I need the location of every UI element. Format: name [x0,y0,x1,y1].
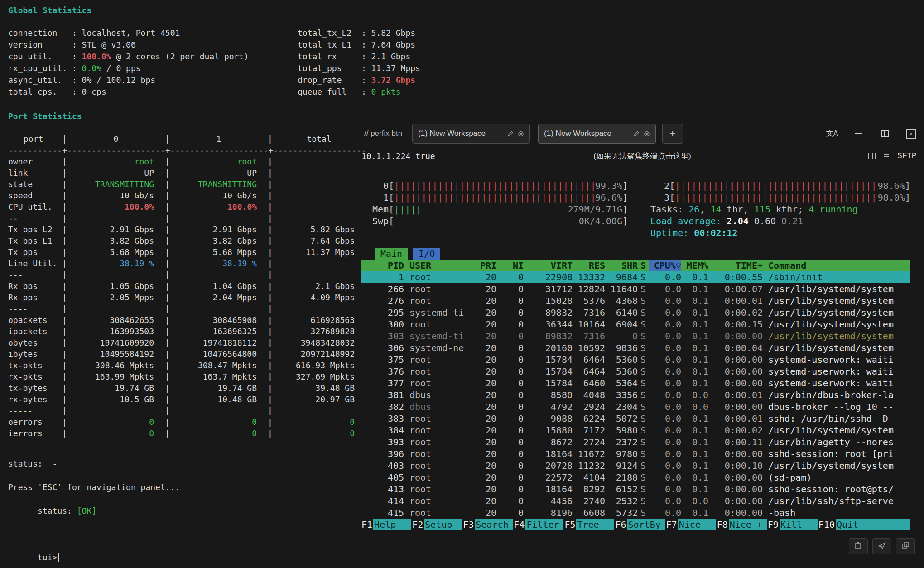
text-segment: 26 [688,204,699,215]
column-header-res[interactable]: RES [573,260,605,271]
fkey-search[interactable]: F3Search [462,519,513,530]
translate-button[interactable]: 文A [825,127,839,140]
cell-mem: 0.1 [681,413,708,424]
send-button[interactable] [872,538,891,554]
column-header-cpu[interactable]: CPU%▽ [649,260,681,271]
cell-s: S [638,295,649,307]
cell-time: 0:00.55 [708,271,763,283]
close-button[interactable]: × [904,127,918,140]
new-tab-button[interactable]: + [662,124,683,144]
fkey-nice[interactable]: F7Nice - [665,519,716,530]
row-label: rx-bytes [8,394,62,405]
sftp-button[interactable]: SFTP [897,152,917,160]
column-separator: | [62,303,67,314]
close-workspace-icon[interactable]: ⊗ [518,130,524,138]
cell-total: 39483428032 [273,337,366,348]
row-label: Rx bps [8,280,62,292]
maximize-button[interactable] [878,127,891,140]
clipboard-button[interactable] [849,538,868,554]
capture-button[interactable] [896,538,915,554]
column-separator: | [62,337,67,348]
process-row-1[interactable]: 1root20022908133329684S0.00.10:00.55/sbi… [361,271,910,283]
fkey-key: F2 [411,519,424,530]
process-row-300[interactable]: 300root20036344101646904S0.00.10:00.15/u… [361,318,910,330]
column-header-time[interactable]: TIME+ [708,260,763,271]
htop-header-row: PIDUSERPRINIVIRTRESSHRSCPU%▽MEM%TIME+Com… [361,260,910,271]
column-header-virt[interactable]: VIRT [524,260,573,271]
fkey-help[interactable]: F1Help [361,519,411,530]
column-separator: | [268,258,273,269]
process-row-276[interactable]: 276root2001502853764368S0.00.10:00.01/us… [361,295,910,307]
focus-hint[interactable]: (如果无法聚焦终端点击这里) [361,151,924,161]
fkey-filter[interactable]: F4Filter [513,519,563,530]
text-segment: 2.04 [727,216,749,226]
column-header-cmd[interactable]: Command [763,260,910,271]
process-row-383[interactable]: 383root200908862245072S0.00.10:00.01sshd… [361,413,910,424]
process-row-377[interactable]: 377root2001578464605364S0.00.10:00.00sys… [361,377,910,389]
process-row-396[interactable]: 396root20018164116729780S0.00.10:00.00ss… [361,448,910,460]
cell-mem: 0.1 [681,283,708,295]
stat-connection: connection: localhost, Port 4501 [8,27,249,39]
cell-cmd: /usr/bin/dbus-broker-la [763,389,910,401]
process-row-306[interactable]: 306systemd-ne20020160105929036S0.00.10:0… [361,342,910,354]
edit-workspace-icon[interactable] [633,130,640,137]
process-row-375[interactable]: 375root2001578464645360S0.00.10:00.00sys… [361,354,910,366]
cell-port0: 10495584192 [67,348,165,360]
htop-tab-io[interactable]: I/O [413,248,440,260]
cell-user: root [404,283,469,295]
column-header-ni[interactable]: NI [496,260,524,271]
cell-total [273,405,366,416]
cell-port1: 0 [170,416,268,428]
process-row-415[interactable]: 415root200819666085732S0.00.10:00.00-bas… [361,507,910,519]
column-separator: | [268,382,273,394]
cell-pri: 20 [469,436,496,448]
cell-mem: 0.1 [681,354,708,366]
row-label: Rx pps [8,292,62,303]
terminal-footer [361,533,924,559]
column-header-pri[interactable]: PRI [469,260,496,271]
column-header-shr[interactable]: SHR [605,260,638,271]
process-row-376[interactable]: 376root2001578464645360S0.00.10:00.00sys… [361,366,910,377]
column-header-pid[interactable]: PID [361,260,404,271]
cell-total: 616928563 [273,314,366,326]
split-view-icon[interactable] [868,153,876,159]
edit-workspace-icon[interactable] [507,130,514,137]
cell-cmd: sshd-session: root [pri [763,448,910,460]
column-header-s[interactable]: S [638,260,649,271]
process-row-381[interactable]: 381dbus200858040483356S0.00.00:00.01/usr… [361,389,910,401]
cell-res: 10164 [573,318,605,330]
process-row-393[interactable]: 393root200867227242372S0.00.10:00.11/usr… [361,436,910,448]
process-row-405[interactable]: 405root2002257241042188S0.00.10:00.00(sd… [361,472,910,483]
column-header-user[interactable]: USER [404,260,469,271]
layout-list-icon[interactable] [883,153,890,159]
close-workspace-icon[interactable]: ⊗ [644,130,650,138]
column-separator: | [62,405,67,416]
tui-prompt[interactable]: tui> [8,540,371,568]
cell-cmd: sshd: /usr/bin/sshd -D [763,413,910,424]
process-row-303[interactable]: 303systemd-ti2008983273160S0.00.10:00.00… [361,330,910,342]
workspace-tab-2[interactable]: (1) New Workspace⊗ [538,124,656,144]
cell-ni: 0 [496,436,524,448]
fkey-nice[interactable]: F8Nice + [716,519,767,530]
process-row-266[interactable]: 266root200317121282411640S0.00.10:00.07/… [361,283,910,295]
cell-total: 20972148992 [273,348,366,360]
process-row-295[interactable]: 295systemd-ti2008983273166140S0.00.10:00… [361,307,910,318]
process-row-384[interactable]: 384root2001588071725980S0.00.10:00.02/us… [361,424,910,436]
fkey-sortby[interactable]: F6SortBy [614,519,665,530]
process-row-403[interactable]: 403root20020728112329124S0.00.10:00.10/u… [361,460,910,472]
process-row-414[interactable]: 414root200445627402532S0.00.00:00.00/usr… [361,495,910,507]
cell-cpu: 0.0 [649,389,681,401]
send-icon [878,542,886,551]
cell-shr: 5364 [605,377,638,389]
htop-tab-main[interactable]: Main [375,248,408,260]
workspace-tab-1[interactable]: (1) New Workspace⊗ [412,124,530,144]
minimize-button[interactable] [852,127,865,140]
column-header-mem[interactable]: MEM% [681,260,708,271]
process-row-413[interactable]: 413root2001816482926152S0.00.10:00.00ssh… [361,483,910,495]
fkey-kill[interactable]: F9Kill [767,519,818,530]
fkey-quit[interactable]: F10Quit [818,519,910,530]
fkey-setup[interactable]: F2Setup [411,519,462,530]
column-separator: | [62,428,67,439]
fkey-tree[interactable]: F5Tree [563,519,614,530]
process-row-382[interactable]: 382dbus200479229242304S0.00.00:00.00dbus… [361,401,910,413]
